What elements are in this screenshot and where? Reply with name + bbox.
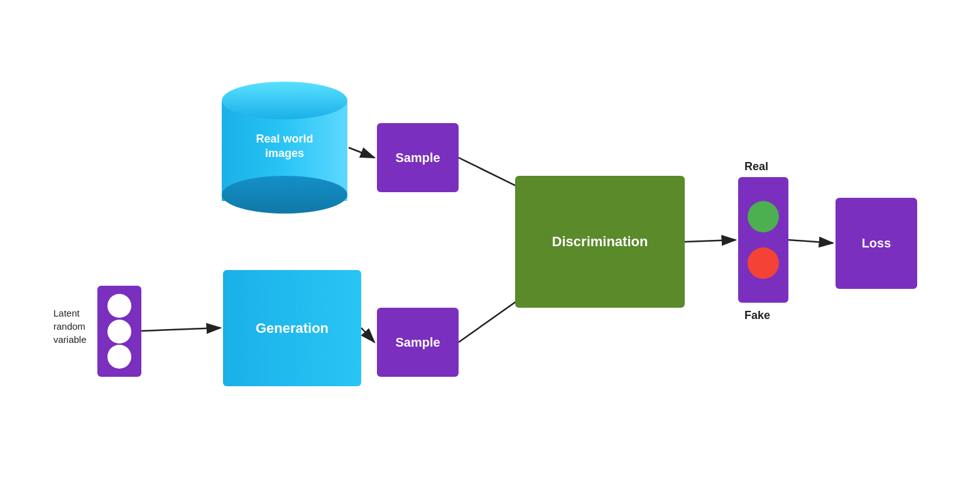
database-cylinder: Real worldimages	[222, 82, 347, 214]
svg-line-3	[361, 328, 374, 342]
latent-circle-3	[107, 345, 131, 369]
latent-variable-box	[97, 286, 141, 377]
fake-circle	[748, 247, 779, 279]
latent-circle-2	[107, 320, 131, 344]
real-label: Real	[744, 160, 768, 173]
database-label: Real worldimages	[222, 132, 347, 161]
svg-line-5	[141, 328, 220, 331]
arrows-svg	[0, 0, 980, 498]
svg-line-7	[788, 240, 833, 243]
loss-box: Loss	[836, 198, 917, 289]
svg-line-6	[685, 240, 736, 242]
sample-real-box: Sample	[377, 123, 459, 192]
generation-box: Generation	[223, 270, 361, 386]
discriminator-label: Discrimination	[552, 234, 648, 250]
latent-label: Latentrandomvariable	[53, 306, 87, 346]
generation-label: Generation	[256, 320, 329, 337]
svg-line-1	[349, 148, 374, 158]
latent-circle-1	[107, 294, 131, 318]
output-panel	[738, 177, 788, 303]
real-circle	[748, 201, 779, 232]
diagram-container: Real worldimages Sample Sample Generatio…	[0, 0, 980, 498]
sample-fake-label: Sample	[395, 335, 440, 350]
loss-label: Loss	[862, 236, 891, 251]
db-top-ellipse	[222, 82, 347, 119]
db-bottom-ellipse	[222, 176, 347, 214]
discriminator-box: Discrimination	[515, 176, 685, 308]
sample-real-label: Sample	[395, 151, 440, 165]
sample-fake-box: Sample	[377, 308, 459, 377]
fake-label: Fake	[744, 309, 770, 322]
